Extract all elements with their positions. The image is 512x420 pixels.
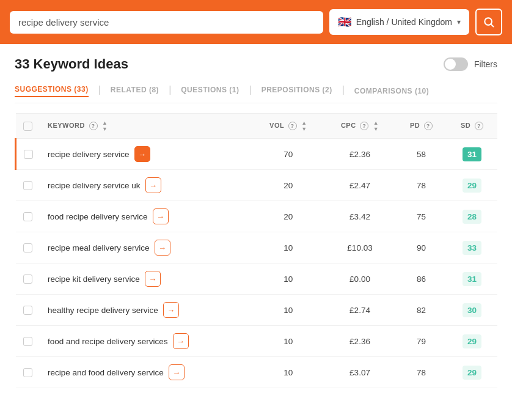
row-pd-cell: 78	[396, 170, 447, 201]
row-keyword-cell: recipe meal delivery service →	[40, 232, 253, 263]
keyword-link-button[interactable]: →	[145, 271, 161, 287]
vol-sort-icon[interactable]: ▲▼	[301, 120, 307, 132]
row-checkbox[interactable]	[23, 243, 32, 252]
keyword-text: recipe delivery service	[48, 150, 130, 159]
keyword-link-button[interactable]: →	[145, 177, 161, 193]
keyword-text: recipe meal delivery service	[48, 243, 150, 252]
table-row: recipe delivery service → 70 £2.36 58 31	[16, 139, 498, 170]
row-keyword-cell: recipe delivery service →	[40, 139, 253, 170]
chevron-down-icon: ▾	[457, 18, 461, 26]
tab-prepositions[interactable]: PREPOSITIONS (2)	[261, 83, 332, 97]
header-pd: PD ?	[396, 114, 447, 139]
filters-toggle[interactable]	[444, 57, 468, 71]
row-vol-cell: 70	[253, 139, 324, 170]
row-checkbox[interactable]	[23, 212, 32, 221]
vol-info-icon[interactable]: ?	[288, 122, 297, 130]
sd-info-icon[interactable]: ?	[475, 122, 483, 130]
tab-related[interactable]: RELATED (8)	[111, 83, 159, 97]
sd-badge: 31	[463, 272, 481, 286]
row-checkbox-cell	[16, 326, 41, 357]
table-row: recipe and food delivery service → 10 £3…	[16, 357, 498, 388]
row-vol-cell: 20	[253, 201, 324, 232]
row-keyword-cell: food and recipe delivery services →	[40, 326, 253, 357]
keyword-sort-icon[interactable]: ▲▼	[102, 120, 108, 132]
row-checkbox[interactable]	[24, 150, 33, 159]
keyword-col-label: KEYWORD	[48, 122, 85, 129]
keyword-link-button[interactable]: →	[173, 333, 189, 349]
header-keyword: KEYWORD ? ▲▼	[40, 114, 253, 139]
row-keyword-cell: healthy recipe delivery service →	[40, 295, 253, 326]
row-pd-cell: 75	[396, 201, 447, 232]
keyword-text: recipe and food delivery service	[48, 368, 164, 377]
tab-comparisons[interactable]: COMPARISONS (10)	[354, 84, 429, 98]
keyword-text: recipe delivery service uk	[48, 181, 141, 190]
sd-badge: 29	[463, 334, 481, 348]
row-cpc-cell: £3.07	[324, 357, 396, 388]
keyword-link-button[interactable]: →	[153, 208, 169, 224]
tab-divider-2: |	[169, 84, 171, 95]
keyword-link-button[interactable]: →	[155, 240, 170, 256]
row-vol-cell: 20	[253, 170, 324, 201]
row-keyword-cell: recipe and food delivery service →	[40, 357, 253, 388]
pd-col-label: PD	[410, 122, 420, 129]
cpc-col-label: CPC	[341, 122, 356, 129]
search-input[interactable]	[18, 17, 315, 28]
row-vol-cell: 10	[253, 263, 324, 295]
keyword-link-button[interactable]: →	[134, 146, 150, 162]
row-checkbox-cell	[16, 263, 41, 295]
content-area: 33 Keyword Ideas Filters SUGGESTIONS (33…	[0, 44, 512, 400]
row-pd-cell: 78	[396, 357, 447, 388]
row-cpc-cell: £2.47	[324, 170, 396, 201]
keyword-link-button[interactable]: →	[163, 302, 179, 318]
row-pd-cell: 86	[396, 263, 447, 295]
keyword-link-button[interactable]: →	[169, 364, 185, 380]
svg-line-1	[491, 24, 494, 27]
row-checkbox[interactable]	[23, 368, 32, 377]
header-sd: SD ?	[447, 114, 497, 139]
keyword-text: food recipe delivery service	[48, 212, 148, 221]
row-vol-cell: 10	[253, 326, 324, 357]
keyword-text: recipe kit delivery service	[48, 274, 140, 284]
sd-badge: 28	[463, 210, 481, 224]
row-pd-cell: 79	[396, 326, 447, 357]
sd-badge: 29	[463, 366, 481, 380]
search-bar: 🇬🇧 English / United Kingdom ▾	[0, 0, 512, 44]
header-checkbox[interactable]	[23, 122, 32, 131]
keyword-table: KEYWORD ? ▲▼ VOL ? ▲▼ CPC ? ▲▼	[15, 113, 497, 388]
keyword-info-icon[interactable]: ?	[89, 122, 98, 130]
table-row: healthy recipe delivery service → 10 £2.…	[16, 295, 498, 326]
row-checkbox[interactable]	[23, 306, 32, 315]
row-checkbox-cell	[16, 357, 41, 388]
tab-divider-3: |	[249, 84, 251, 95]
tab-suggestions[interactable]: SUGGESTIONS (33)	[15, 83, 89, 97]
locale-selector[interactable]: 🇬🇧 English / United Kingdom ▾	[329, 9, 469, 35]
row-vol-cell: 10	[253, 232, 324, 263]
row-sd-cell: 31	[447, 263, 497, 295]
row-sd-cell: 31	[447, 139, 497, 170]
row-checkbox-cell	[16, 170, 41, 201]
search-input-wrapper	[10, 11, 323, 34]
row-cpc-cell: £2.36	[324, 326, 396, 357]
cpc-sort-icon[interactable]: ▲▼	[373, 120, 379, 132]
tab-divider-4: |	[342, 84, 345, 95]
table-row: recipe meal delivery service → 10 £10.03…	[16, 232, 498, 263]
row-cpc-cell: £3.42	[324, 201, 396, 232]
keyword-text: food and recipe delivery services	[48, 337, 168, 346]
cpc-info-icon[interactable]: ?	[360, 122, 368, 130]
row-checkbox[interactable]	[23, 274, 32, 284]
search-button[interactable]	[475, 9, 502, 35]
row-checkbox[interactable]	[23, 181, 32, 190]
row-checkbox-cell	[16, 295, 41, 326]
page-header: 33 Keyword Ideas Filters	[15, 56, 497, 72]
keyword-text: healthy recipe delivery service	[48, 306, 158, 315]
row-cpc-cell: £10.03	[324, 232, 396, 263]
row-vol-cell: 10	[253, 357, 324, 388]
row-sd-cell: 29	[447, 326, 497, 357]
row-checkbox-cell	[16, 139, 41, 170]
row-cpc-cell: £2.74	[324, 295, 396, 326]
row-checkbox[interactable]	[23, 337, 32, 346]
pd-info-icon[interactable]: ?	[424, 122, 433, 130]
tab-questions[interactable]: QUESTIONS (1)	[181, 83, 239, 97]
table-row: food and recipe delivery services → 10 £…	[16, 326, 498, 357]
keyword-table-wrapper: KEYWORD ? ▲▼ VOL ? ▲▼ CPC ? ▲▼	[15, 113, 497, 388]
